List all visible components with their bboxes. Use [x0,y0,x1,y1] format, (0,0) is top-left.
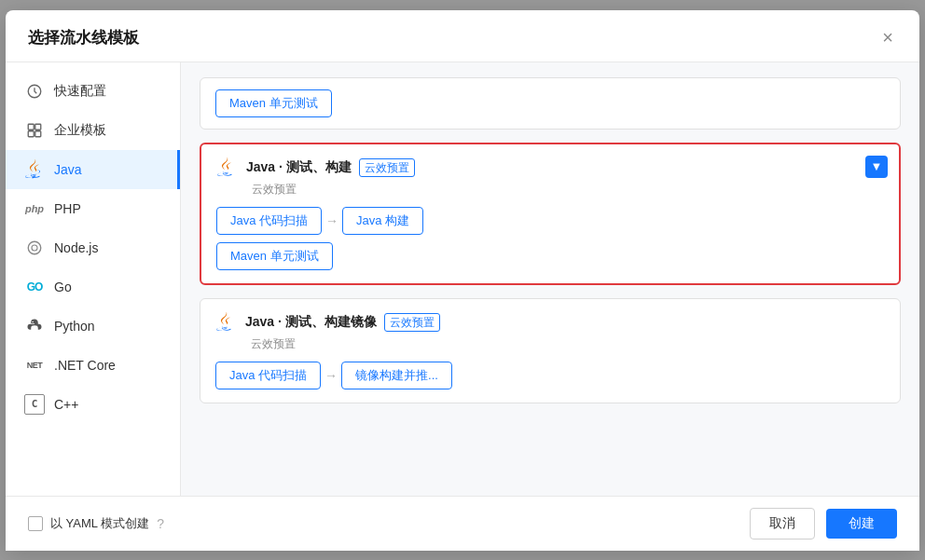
svg-rect-3 [28,130,34,136]
card1-node-row1: Java 代码扫描 → Java 构建 [216,207,884,235]
dialog-footer: 以 YAML 模式创建 ? 取消 创建 [6,496,919,551]
close-button[interactable]: × [878,28,897,47]
java-icon [24,159,45,180]
python-icon [24,316,45,336]
svg-point-7 [32,321,34,322]
dialog-body: 快速配置 企业模板 [6,62,919,496]
dialog-title: 选择流水线模板 [28,27,139,48]
card1-arrow1: → [325,213,338,228]
enterprise-icon [24,120,45,141]
main-content: Maven 单元测试 ▼ [181,62,919,496]
svg-rect-4 [35,130,41,136]
sidebar-item-quick[interactable]: 快速配置 [6,72,180,111]
card2-badge: 云效预置 [384,313,440,332]
svg-rect-1 [28,124,34,130]
cpp-icon: C [24,394,45,415]
card1-title-row: Java · 测试、构建 云效预置 [246,158,415,177]
sidebar-item-go[interactable]: GO Go [6,267,180,307]
card1-node-maven: Maven 单元测试 [216,242,333,270]
card2-node-image: 镜像构建并推... [341,362,452,389]
sidebar-label-php: PHP [54,201,81,216]
sidebar-item-cpp[interactable]: C C++ [6,385,180,424]
card1-java-icon [216,157,237,178]
sidebar: 快速配置 企业模板 [6,62,181,496]
sidebar-label-quick: 快速配置 [54,83,106,100]
yaml-checkbox[interactable] [28,516,43,531]
sidebar-item-python[interactable]: Python [6,307,180,346]
card2-node-scan: Java 代码扫描 [215,362,321,389]
card2-title: Java · 测试、构建镜像 [245,314,377,331]
quick-icon [24,81,45,102]
card1-header: Java · 测试、构建 云效预置 [216,157,884,178]
sidebar-item-nodejs[interactable]: Node.js [6,228,180,267]
sidebar-label-python: Python [54,319,95,334]
card1-subtitle: 云效预置 [252,182,884,198]
select-template-dialog: 选择流水线模板 × 快速配置 [6,10,919,551]
sidebar-label-cpp: C++ [54,397,78,412]
svg-point-5 [28,241,41,254]
net-icon: NET [24,355,45,376]
card1-node-scan: Java 代码扫描 [216,207,322,235]
svg-point-6 [32,245,37,251]
card-chevron-1: ▼ [865,156,888,178]
card2-arrow1: → [324,368,338,383]
card2-title-row: Java · 测试、构建镜像 云效预置 [245,313,440,332]
svg-rect-2 [35,124,41,130]
card1-node-row2: Maven 单元测试 [216,242,884,270]
sidebar-label-enterprise: 企业模板 [54,122,106,139]
card1-badge: 云效预置 [359,158,415,177]
footer-left: 以 YAML 模式创建 ? [28,515,164,532]
sidebar-label-nodejs: Node.js [54,240,98,255]
sidebar-item-enterprise[interactable]: 企业模板 [6,111,180,150]
card2-header: Java · 测试、构建镜像 云效预置 [215,312,885,333]
yaml-label: 以 YAML 模式创建 [50,515,149,532]
sidebar-label-netcore: .NET Core [54,358,116,373]
card2-java-icon [215,312,236,333]
php-icon: php [24,198,45,219]
sidebar-item-netcore[interactable]: NET .NET Core [6,346,180,385]
dialog-header: 选择流水线模板 × [6,10,919,62]
create-button[interactable]: 创建 [826,509,897,539]
card2-subtitle: 云效预置 [251,336,885,352]
nodejs-icon [24,238,45,258]
card1-node-build: Java 构建 [342,207,423,235]
sidebar-label-java: Java [54,162,82,177]
cancel-button[interactable]: 取消 [750,508,815,540]
template-card-2[interactable]: Java · 测试、构建镜像 云效预置 云效预置 Java 代码扫描 → 镜像构… [200,298,901,403]
card1-title: Java · 测试、构建 [246,159,352,176]
sidebar-item-java[interactable]: Java [6,150,180,189]
go-icon: GO [24,277,45,297]
top-node-maven: Maven 单元测试 [215,89,332,117]
card2-node-row1: Java 代码扫描 → 镜像构建并推... [215,362,885,389]
sidebar-label-go: Go [54,280,72,294]
help-icon[interactable]: ? [157,516,164,531]
top-partial-card: Maven 单元测试 [200,77,901,130]
sidebar-item-php[interactable]: php PHP [6,189,180,228]
svg-point-8 [35,329,37,331]
top-node-row: Maven 单元测试 [215,89,885,117]
footer-right: 取消 创建 [750,508,897,540]
template-card-1[interactable]: ▼ Java · 测试、构建 云效预置 [200,143,901,285]
